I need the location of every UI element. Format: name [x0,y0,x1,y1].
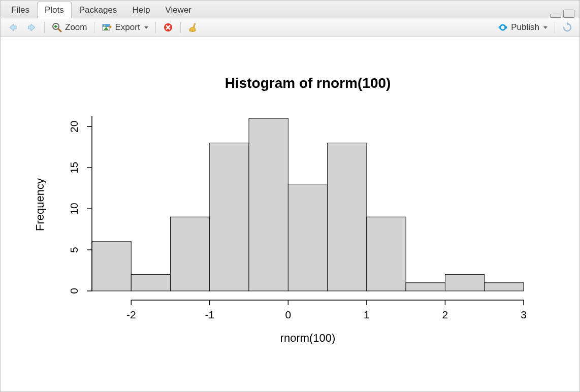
maximize-icon[interactable] [563,10,574,18]
svg-text:0: 0 [285,309,292,320]
remove-icon [163,22,173,32]
export-image-icon [102,22,112,32]
minimize-icon[interactable] [550,14,561,18]
arrow-right-icon [27,22,37,32]
export-button[interactable]: Export [99,21,151,34]
svg-line-1 [58,29,61,31]
svg-text:-2: -2 [126,309,136,320]
svg-point-16 [499,26,501,29]
publish-button[interactable]: Publish [495,21,551,34]
plots-toolbar: Zoom Export [1,18,579,37]
toolbar-separator [155,22,156,33]
svg-text:Frequency: Frequency [34,178,46,231]
svg-rect-20 [92,242,131,291]
svg-text:15: 15 [68,161,80,173]
svg-text:1: 1 [364,309,370,320]
pane-window-controls [550,10,576,18]
svg-rect-29 [445,275,484,291]
clear-all-button[interactable] [185,21,201,34]
tab-files[interactable]: Files [4,2,37,18]
svg-point-6 [104,25,106,27]
svg-text:rnorm(100): rnorm(100) [280,332,336,344]
toolbar-separator [180,22,181,33]
prev-plot-button[interactable] [5,21,21,34]
magnifier-plus-icon [52,22,62,32]
svg-text:Histogram of rnorm(100): Histogram of rnorm(100) [225,75,391,91]
svg-text:-1: -1 [205,309,214,320]
plot-canvas: Histogram of rnorm(100)-2-1012305101520r… [1,37,579,391]
publish-label: Publish [511,22,539,32]
tab-viewer[interactable]: Viewer [157,2,199,18]
svg-rect-25 [288,184,327,291]
refresh-icon [562,22,572,32]
svg-text:5: 5 [68,247,80,253]
toolbar-separator [94,22,94,33]
svg-point-17 [505,26,507,29]
toolbar-separator [44,22,45,33]
svg-text:3: 3 [521,309,527,320]
svg-text:10: 10 [68,203,80,214]
svg-rect-30 [485,283,524,291]
pane-tabs: Files Plots Packages Help Viewer [1,1,579,18]
svg-rect-22 [171,217,210,291]
publish-icon [498,22,508,32]
export-label: Export [115,22,140,32]
svg-text:20: 20 [68,121,80,133]
plots-pane: Files Plots Packages Help Viewer Zoom [0,0,580,392]
toolbar-separator [555,22,555,33]
svg-rect-26 [328,143,367,291]
zoom-label: Zoom [65,22,87,32]
arrow-left-icon [8,22,18,32]
broom-icon [188,22,198,32]
svg-text:0: 0 [68,288,80,294]
next-plot-button[interactable] [24,21,40,34]
svg-text:2: 2 [442,309,448,320]
svg-rect-24 [249,118,288,291]
svg-rect-11 [192,23,196,27]
remove-plot-button[interactable] [160,21,176,34]
zoom-button[interactable]: Zoom [49,21,90,34]
svg-rect-28 [406,283,445,291]
svg-rect-21 [131,275,170,291]
svg-rect-27 [367,217,406,291]
tab-help[interactable]: Help [124,2,157,18]
tab-plots[interactable]: Plots [37,2,72,18]
refresh-button[interactable] [559,21,575,34]
chevron-down-icon [543,26,547,29]
chevron-down-icon [144,26,148,29]
tab-packages[interactable]: Packages [72,2,125,18]
svg-rect-23 [210,143,249,291]
histogram-plot: Histogram of rnorm(100)-2-1012305101520r… [1,37,579,391]
